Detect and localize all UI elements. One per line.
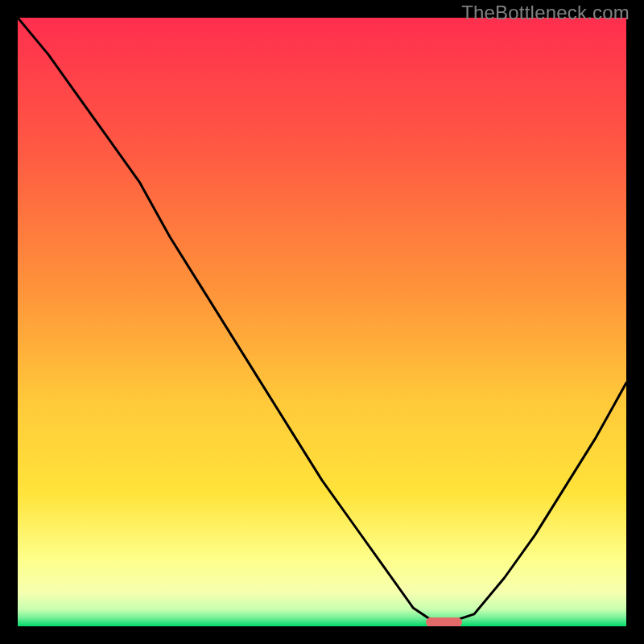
optimal-marker (426, 617, 462, 626)
plot-area (18, 18, 626, 626)
chart-frame: TheBottleneck.com (0, 0, 644, 644)
watermark-label: TheBottleneck.com (461, 2, 630, 24)
bottleneck-curve (18, 18, 626, 620)
curve-layer (18, 18, 626, 626)
